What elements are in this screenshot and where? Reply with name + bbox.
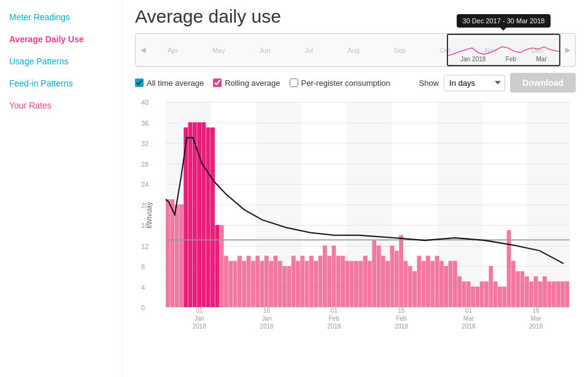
timeline-label-jan: Jan 2018 bbox=[460, 56, 485, 63]
y-label: 8 bbox=[141, 263, 145, 270]
svg-rect-14 bbox=[206, 128, 211, 307]
svg-rect-85 bbox=[525, 276, 529, 307]
svg-rect-67 bbox=[444, 266, 448, 307]
svg-rect-94 bbox=[565, 281, 570, 307]
svg-rect-23 bbox=[247, 256, 251, 307]
svg-rect-62 bbox=[422, 261, 426, 307]
timeline-label-feb: Feb bbox=[506, 56, 516, 63]
svg-rect-86 bbox=[529, 281, 533, 307]
y-label: 0 bbox=[141, 304, 145, 311]
per-register-label: Per-register consumption bbox=[301, 78, 390, 88]
svg-rect-84 bbox=[520, 271, 525, 307]
svg-rect-30 bbox=[278, 261, 282, 307]
y-label: 4 bbox=[141, 284, 145, 291]
svg-rect-87 bbox=[534, 276, 538, 307]
x-axis-labels: 01Jan2018 16Jan2018 01Feb2018 15Feb2018 … bbox=[166, 307, 570, 330]
svg-rect-59 bbox=[408, 266, 412, 307]
sidebar-item-meter-readings[interactable]: Meter Readings bbox=[0, 6, 122, 28]
x-label-16mar: 16Mar2018 bbox=[529, 307, 543, 330]
show-label: Show bbox=[419, 78, 439, 88]
svg-rect-68 bbox=[449, 261, 453, 307]
svg-rect-69 bbox=[453, 261, 457, 307]
tooltip: 30 Dec 2017 - 30 Mar 2018 bbox=[457, 14, 551, 28]
svg-rect-93 bbox=[560, 281, 565, 307]
rolling-avg-checkbox[interactable] bbox=[213, 78, 222, 87]
svg-rect-82 bbox=[511, 261, 516, 307]
svg-rect-37 bbox=[309, 256, 314, 307]
main-content: Average daily use ◀ Apr May Jun Jul Aug … bbox=[123, 0, 588, 377]
svg-rect-56 bbox=[395, 251, 399, 307]
all-time-avg-checkbox[interactable] bbox=[135, 78, 144, 87]
svg-rect-52 bbox=[377, 246, 381, 308]
svg-rect-49 bbox=[363, 256, 368, 307]
svg-rect-8 bbox=[179, 205, 184, 308]
timeline-month: Jun bbox=[260, 47, 271, 54]
svg-rect-39 bbox=[319, 256, 323, 307]
svg-rect-28 bbox=[269, 261, 273, 307]
sidebar-item-average-daily-use[interactable]: Average Daily Use bbox=[0, 28, 122, 50]
sidebar-item-your-rates[interactable]: Your Rates bbox=[0, 94, 122, 116]
svg-rect-76 bbox=[484, 281, 489, 307]
y-label: 36 bbox=[141, 120, 149, 127]
timeline-month: Apr bbox=[168, 47, 178, 54]
y-label: 28 bbox=[141, 161, 149, 168]
svg-rect-44 bbox=[341, 256, 345, 307]
svg-rect-38 bbox=[314, 261, 318, 307]
checkbox-group: All time average Rolling average Per-reg… bbox=[135, 78, 390, 88]
svg-rect-74 bbox=[475, 287, 479, 308]
y-label: 24 bbox=[141, 181, 149, 188]
svg-rect-81 bbox=[507, 230, 511, 307]
svg-rect-73 bbox=[471, 287, 475, 308]
svg-rect-34 bbox=[296, 261, 300, 307]
svg-rect-46 bbox=[350, 261, 354, 307]
svg-rect-63 bbox=[426, 256, 430, 307]
rolling-avg-label: Rolling average bbox=[225, 78, 280, 88]
y-label: 12 bbox=[141, 243, 149, 250]
svg-rect-45 bbox=[345, 261, 349, 307]
svg-rect-48 bbox=[358, 261, 363, 307]
svg-rect-15 bbox=[211, 128, 215, 307]
checkbox-per-register[interactable]: Per-register consumption bbox=[290, 78, 390, 88]
x-label-01mar: 01Mar2018 bbox=[462, 307, 475, 330]
timeline-selection[interactable]: Jan 2018 Feb Mar 30 Dec 2017 - 30 Mar 20… bbox=[447, 34, 560, 66]
all-time-avg-label: All time average bbox=[147, 78, 204, 88]
svg-rect-72 bbox=[466, 281, 471, 307]
checkbox-all-time-avg[interactable]: All time average bbox=[135, 78, 204, 88]
svg-rect-7 bbox=[175, 205, 179, 308]
y-label: 40 bbox=[141, 99, 149, 106]
svg-rect-6 bbox=[170, 199, 174, 307]
svg-rect-54 bbox=[385, 261, 390, 307]
svg-rect-89 bbox=[543, 276, 547, 307]
svg-rect-75 bbox=[480, 281, 484, 307]
sidebar-item-feed-in-patterns[interactable]: Feed-in Patterns bbox=[0, 72, 122, 94]
svg-rect-41 bbox=[327, 256, 331, 307]
sidebar-item-usage-patterns[interactable]: Usage Patterns bbox=[0, 50, 122, 72]
show-select[interactable]: In days In weeks In months bbox=[444, 75, 505, 91]
svg-rect-55 bbox=[390, 246, 395, 308]
chart-svg bbox=[166, 102, 570, 307]
sidebar: Meter Readings Average Daily Use Usage P… bbox=[0, 0, 123, 377]
checkbox-rolling-avg[interactable]: Rolling average bbox=[213, 78, 280, 88]
svg-rect-60 bbox=[412, 271, 417, 307]
svg-rect-53 bbox=[381, 256, 385, 307]
svg-rect-47 bbox=[354, 261, 358, 307]
svg-rect-80 bbox=[502, 287, 506, 308]
tooltip-text: 30 Dec 2017 - 30 Mar 2018 bbox=[463, 17, 545, 25]
show-group: Show In days In weeks In months Download bbox=[419, 73, 576, 93]
timeline[interactable]: ◀ Apr May Jun Jul Aug Sep Oct Nov Dec bbox=[135, 33, 576, 67]
svg-rect-51 bbox=[372, 240, 376, 307]
svg-rect-18 bbox=[224, 256, 228, 307]
svg-rect-27 bbox=[265, 256, 269, 307]
svg-rect-43 bbox=[336, 256, 341, 307]
svg-rect-92 bbox=[556, 281, 560, 307]
svg-rect-66 bbox=[439, 261, 444, 307]
y-label: 16 bbox=[141, 222, 149, 229]
svg-rect-24 bbox=[251, 261, 255, 307]
svg-rect-79 bbox=[498, 287, 502, 308]
per-register-checkbox[interactable] bbox=[290, 78, 298, 87]
chart-area: kWh/day 40 36 32 28 24 20 16 12 8 4 0 bbox=[135, 99, 576, 332]
svg-rect-5 bbox=[166, 199, 170, 307]
svg-rect-25 bbox=[255, 256, 260, 307]
y-label: 20 bbox=[141, 202, 149, 209]
download-button[interactable]: Download bbox=[510, 73, 576, 93]
